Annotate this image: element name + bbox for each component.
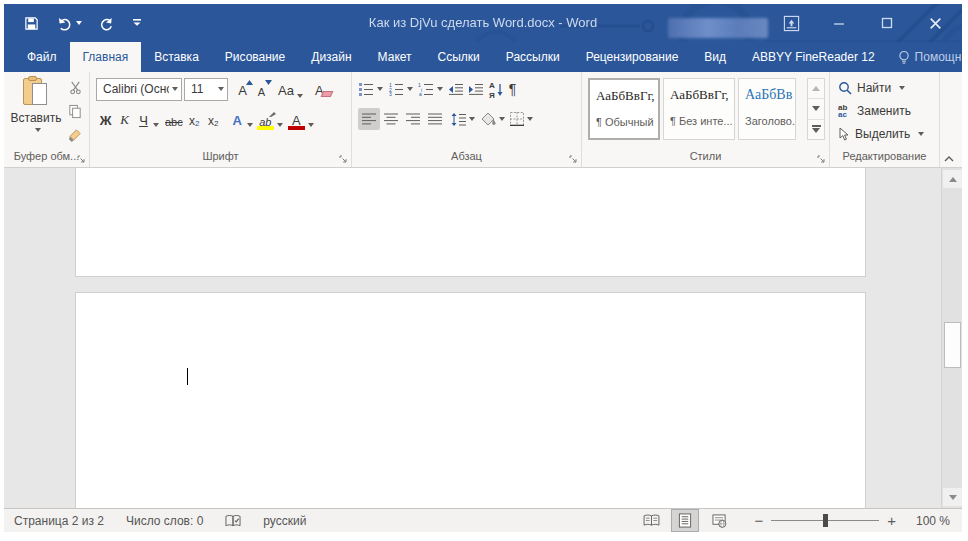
- redo-button[interactable]: [97, 11, 117, 35]
- zoom-out-button[interactable]: −: [754, 512, 763, 529]
- line-spacing-button[interactable]: [451, 113, 466, 126]
- borders-dropdown-icon[interactable]: [527, 117, 533, 121]
- shrink-font-button[interactable]: А: [252, 78, 271, 101]
- tab-mailings[interactable]: Рассылки: [493, 42, 573, 72]
- tab-abbyy-finereader[interactable]: ABBYY FineReader 12: [739, 42, 888, 72]
- document-area[interactable]: [4, 168, 962, 508]
- font-color-button[interactable]: А: [287, 108, 306, 131]
- tab-file[interactable]: Файл: [14, 42, 70, 72]
- style-card-normal[interactable]: АаБбВвГг, ¶ Обычный: [588, 78, 660, 140]
- clipboard-dialog-launcher-icon[interactable]: [77, 155, 86, 164]
- borders-button[interactable]: [510, 112, 524, 126]
- tab-layout[interactable]: Макет: [365, 42, 425, 72]
- font-size-select[interactable]: 11: [184, 78, 228, 101]
- clear-formatting-button[interactable]: А: [310, 78, 329, 101]
- multilevel-dropdown-icon[interactable]: [437, 87, 443, 91]
- word-count[interactable]: Число слов: 0: [126, 514, 203, 528]
- collapse-ribbon-button[interactable]: [943, 154, 955, 163]
- bullets-dropdown-icon[interactable]: [377, 87, 383, 91]
- select-button[interactable]: Выделить: [838, 124, 924, 144]
- highlight-dropdown-icon[interactable]: [277, 123, 283, 127]
- highlighter-pen-icon: [268, 109, 277, 118]
- scrollbar-thumb[interactable]: [944, 322, 961, 368]
- customize-qat-icon[interactable]: [130, 11, 144, 35]
- numbering-button[interactable]: 123: [388, 82, 404, 96]
- language-indicator[interactable]: русский: [263, 514, 306, 528]
- text-effects-dropdown-icon[interactable]: [247, 123, 253, 127]
- zoom-slider-thumb[interactable]: [823, 514, 828, 527]
- bullets-button[interactable]: [358, 82, 374, 96]
- italic-button[interactable]: К: [115, 108, 134, 131]
- zoom-in-button[interactable]: +: [887, 512, 896, 529]
- font-color-dropdown-icon[interactable]: [308, 123, 314, 127]
- tab-design[interactable]: Дизайн: [298, 42, 364, 72]
- document-page-2[interactable]: [75, 292, 866, 508]
- document-page-1[interactable]: [75, 168, 866, 277]
- page-indicator[interactable]: Страница 2 из 2: [14, 514, 104, 528]
- shading-button[interactable]: [480, 112, 496, 126]
- scroll-up-button[interactable]: [943, 170, 962, 188]
- undo-button[interactable]: [54, 11, 84, 35]
- highlight-button[interactable]: ab: [256, 108, 275, 131]
- text-effects-button[interactable]: А: [228, 108, 247, 131]
- maximize-button[interactable]: [868, 8, 906, 38]
- zoom-level[interactable]: 100 %: [904, 514, 950, 528]
- save-icon[interactable]: [22, 11, 41, 35]
- cut-icon[interactable]: [64, 77, 86, 97]
- scroll-down-button[interactable]: [943, 488, 962, 506]
- undo-dropdown-icon[interactable]: [76, 21, 82, 25]
- justify-button[interactable]: [424, 108, 446, 130]
- increase-indent-button[interactable]: [468, 83, 484, 96]
- styles-dialog-launcher-icon[interactable]: [817, 155, 826, 164]
- close-button[interactable]: [916, 8, 954, 38]
- format-painter-icon[interactable]: [64, 125, 86, 145]
- underline-dropdown-icon[interactable]: [153, 123, 159, 127]
- zoom-slider[interactable]: [771, 514, 879, 527]
- proofing-icon[interactable]: [225, 514, 241, 528]
- superscript-button[interactable]: x2: [204, 108, 223, 131]
- styles-gallery-more-button[interactable]: [808, 120, 824, 139]
- align-center-button[interactable]: [380, 108, 402, 130]
- paragraph-dialog-launcher-icon[interactable]: [569, 155, 578, 164]
- grow-font-button[interactable]: А: [233, 78, 252, 101]
- tab-home[interactable]: Главная: [70, 42, 142, 72]
- strikethrough-button[interactable]: abc: [163, 108, 185, 131]
- font-name-select[interactable]: Calibri (Оснс: [96, 78, 182, 101]
- vertical-scrollbar[interactable]: [941, 168, 962, 508]
- tab-review[interactable]: Рецензирование: [573, 42, 692, 72]
- ribbon-display-options-button[interactable]: [772, 8, 810, 38]
- tab-draw[interactable]: Рисование: [212, 42, 298, 72]
- print-layout-button[interactable]: [672, 510, 698, 531]
- line-spacing-dropdown-icon[interactable]: [469, 117, 475, 121]
- multilevel-list-button[interactable]: 1ia: [418, 82, 434, 96]
- decrease-indent-button[interactable]: [448, 83, 464, 96]
- window-controls: [772, 4, 954, 42]
- web-layout-button[interactable]: [706, 510, 732, 531]
- copy-icon[interactable]: [64, 101, 86, 121]
- style-card-no-spacing[interactable]: АаБбВвГг, ¶ Без инте...: [663, 78, 735, 140]
- tab-references[interactable]: Ссылки: [425, 42, 493, 72]
- show-formatting-marks-button[interactable]: ¶: [509, 81, 517, 97]
- read-mode-button[interactable]: [638, 510, 664, 531]
- shading-dropdown-icon[interactable]: [499, 117, 505, 121]
- style-card-heading1[interactable]: АаБбВв Заголово...: [738, 78, 796, 140]
- paste-button[interactable]: Вставить: [12, 76, 60, 146]
- align-left-button[interactable]: [358, 108, 380, 130]
- font-color-swatch: [288, 126, 305, 130]
- tab-view[interactable]: Вид: [691, 42, 739, 72]
- tell-me-box[interactable]: Помощн: [888, 42, 968, 72]
- tab-insert[interactable]: Вставка: [141, 42, 212, 72]
- styles-scroll-up-button[interactable]: [808, 79, 824, 99]
- subscript-button[interactable]: x2: [185, 108, 204, 131]
- numbering-dropdown-icon[interactable]: [407, 87, 413, 91]
- styles-scroll-down-button[interactable]: [808, 99, 824, 119]
- align-right-button[interactable]: [402, 108, 424, 130]
- replace-button[interactable]: ab ac Заменить: [838, 101, 924, 121]
- sort-button[interactable]: А Я: [489, 80, 503, 99]
- find-button[interactable]: Найти: [838, 78, 924, 98]
- change-case-button[interactable]: Aa: [276, 78, 305, 101]
- font-dialog-launcher-icon[interactable]: [339, 155, 348, 164]
- bold-button[interactable]: Ж: [96, 108, 115, 131]
- underline-button[interactable]: Ч: [134, 108, 153, 131]
- minimize-button[interactable]: [820, 8, 858, 38]
